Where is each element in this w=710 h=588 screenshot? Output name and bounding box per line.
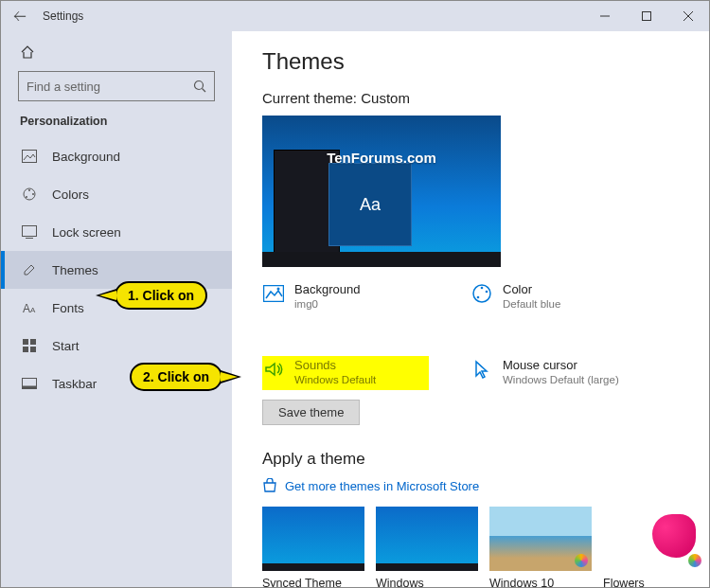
watermark: TenForums.com xyxy=(262,150,501,166)
theme-prop-mouse-cursor[interactable]: Mouse cursorWindows Default (large) xyxy=(470,356,637,390)
svg-text:A: A xyxy=(23,302,30,315)
sidebar-item-label: Taskbar xyxy=(52,377,97,391)
maximize-icon xyxy=(642,11,651,21)
sidebar-section-label: Personalization xyxy=(1,115,232,137)
svg-point-26 xyxy=(477,296,480,299)
sidebar-item-label: Lock screen xyxy=(52,225,121,240)
prop-value: Windows Default (large) xyxy=(503,373,619,386)
sidebar-item-label: Start xyxy=(52,339,80,353)
speaker-icon xyxy=(262,358,285,381)
sidebar-item-background[interactable]: Background xyxy=(1,137,232,175)
sidebar-item-colors[interactable]: Colors xyxy=(1,175,232,213)
current-theme-label: Current theme: Custom xyxy=(262,90,683,106)
background-icon xyxy=(20,147,39,166)
thumb-label: Flowers xyxy=(603,577,705,588)
palette-icon xyxy=(470,282,493,305)
store-icon xyxy=(262,478,277,493)
close-icon xyxy=(683,11,693,21)
start-icon xyxy=(20,336,39,355)
search-icon xyxy=(193,80,206,93)
prop-value: img0 xyxy=(294,297,360,311)
minimize-icon xyxy=(600,11,610,21)
theme-prop-background[interactable]: Backgroundimg0 xyxy=(262,280,429,314)
svg-rect-18 xyxy=(30,347,36,352)
thumb-label: Synced Theme xyxy=(262,577,364,588)
home-icon xyxy=(20,45,35,60)
search-input[interactable]: Find a setting xyxy=(18,71,215,101)
svg-rect-20 xyxy=(23,386,37,389)
sidebar-item-label: Fonts xyxy=(52,301,84,315)
sidebar-item-label: Colors xyxy=(52,187,89,202)
prop-label: Background xyxy=(294,282,360,297)
svg-rect-1 xyxy=(643,12,651,21)
colors-icon xyxy=(20,185,39,204)
theme-thumb-flowers[interactable]: Flowers xyxy=(603,507,705,588)
sidebar-item-start[interactable]: Start xyxy=(1,327,232,365)
svg-rect-11 xyxy=(23,226,37,237)
prop-value: Default blue xyxy=(503,297,560,311)
prop-value: Windows Default xyxy=(294,373,376,386)
annotation-callout-1: 1. Click on xyxy=(115,281,207,310)
fonts-icon: AA xyxy=(20,298,39,317)
save-theme-button[interactable]: Save theme xyxy=(262,400,360,425)
sidebar-item-label: Background xyxy=(52,150,120,164)
themes-icon xyxy=(20,260,39,279)
home-button[interactable] xyxy=(1,39,232,71)
window-title: Settings xyxy=(39,9,83,23)
apply-theme-heading: Apply a theme xyxy=(262,450,683,469)
thumb-label: Windows xyxy=(376,577,478,588)
callout-text: 2. Click on xyxy=(143,369,209,384)
store-link-text: Get more themes in Microsoft Store xyxy=(285,479,479,493)
content-area: Themes Current theme: Custom Aa TenForum… xyxy=(232,31,709,588)
svg-rect-17 xyxy=(23,347,28,352)
callout-text: 1. Click on xyxy=(128,288,194,303)
svg-point-22 xyxy=(277,288,280,291)
theme-prop-sounds[interactable]: SoundsWindows Default xyxy=(262,356,429,390)
svg-text:A: A xyxy=(30,306,36,314)
sidebar: Find a setting Personalization Backgroun… xyxy=(1,31,232,588)
sidebar-item-lock-screen[interactable]: Lock screen xyxy=(1,213,232,251)
minimize-button[interactable] xyxy=(584,1,626,31)
lock-screen-icon xyxy=(20,223,39,241)
prop-label: Color xyxy=(503,282,560,297)
prop-label: Mouse cursor xyxy=(503,358,619,373)
page-title: Themes xyxy=(262,48,683,75)
theme-thumb-windows[interactable]: Windows xyxy=(376,507,478,588)
theme-prop-color[interactable]: ColorDefault blue xyxy=(470,280,637,314)
maximize-button[interactable] xyxy=(626,1,667,31)
svg-point-4 xyxy=(195,81,204,90)
cursor-icon xyxy=(470,358,493,381)
theme-preview[interactable]: Aa TenForums.com xyxy=(262,116,501,267)
back-button[interactable]: 🡠 xyxy=(1,9,39,24)
svg-point-24 xyxy=(481,287,484,290)
close-button[interactable] xyxy=(667,1,709,31)
annotation-callout-2: 2. Click on xyxy=(130,363,222,391)
search-placeholder: Find a setting xyxy=(27,80,100,94)
svg-point-25 xyxy=(486,291,488,294)
taskbar-icon xyxy=(20,374,39,393)
svg-point-8 xyxy=(28,189,30,191)
preview-sample-text: Aa xyxy=(360,195,381,215)
svg-line-5 xyxy=(203,89,206,93)
svg-rect-15 xyxy=(23,339,28,345)
theme-thumb-synced[interactable]: Synced Theme xyxy=(262,507,364,588)
svg-point-10 xyxy=(26,196,27,198)
prop-label: Sounds xyxy=(294,358,376,373)
thumb-label: Windows 10 xyxy=(489,577,592,588)
store-link[interactable]: Get more themes in Microsoft Store xyxy=(262,478,683,493)
sidebar-item-label: Themes xyxy=(52,263,98,277)
image-icon xyxy=(262,282,285,305)
svg-point-9 xyxy=(32,193,34,195)
title-bar: 🡠 Settings xyxy=(1,1,709,31)
svg-rect-16 xyxy=(30,339,36,345)
theme-thumb-windows10[interactable]: Windows 10 xyxy=(489,507,592,588)
